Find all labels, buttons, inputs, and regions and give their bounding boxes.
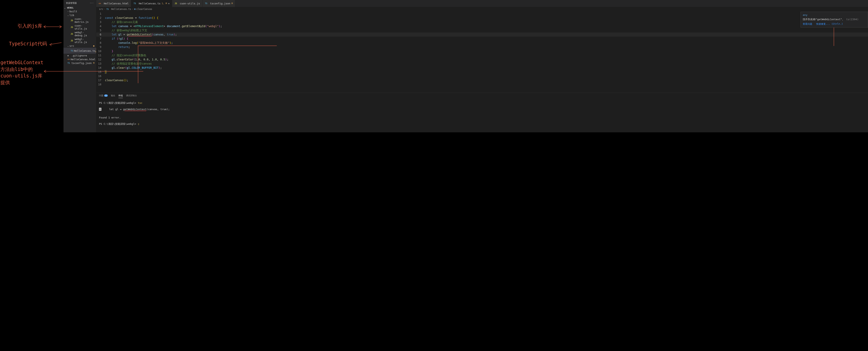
project-label: WEBGL	[67, 6, 73, 9]
tooltip-code: ts(2304)	[846, 18, 859, 21]
breadcrumb-part[interactable]: src	[99, 8, 103, 10]
file-label: webgl-utils.js	[74, 38, 94, 43]
file-icon: TS	[205, 2, 208, 5]
symbol-icon: ⊞	[134, 8, 135, 10]
tab-label: cuon-utils.js	[180, 2, 200, 5]
terminal-content[interactable]: PS C:\项目\技能训练\webgl> tsc 6 let gl = getW…	[96, 99, 868, 128]
error-tooltip: any 找不到名称"getWebGLContext"。 ts(2304) 查看问…	[801, 12, 868, 28]
tab-label: HelloCanvas.html	[104, 2, 129, 5]
terminal-tabs: 问题1输出终端调试控制台	[96, 93, 868, 99]
editor-area: <>HelloCanvas.htmlTSHelloCanvas.ts1, M×J…	[96, 0, 868, 132]
folder-item[interactable]: ⌄src●	[63, 44, 96, 48]
close-icon[interactable]: ×	[168, 2, 169, 5]
file-label: cuon-utils.js	[74, 24, 94, 30]
file-item[interactable]: TStsconfig.jsonM	[63, 61, 96, 65]
tooltip-message: 找不到名称"getWebGLContext"。	[803, 18, 845, 21]
file-label: built	[69, 10, 94, 13]
file-item[interactable]: JSwebgl-utils.js	[63, 37, 96, 44]
terminal-prompt: PS C:\项目\技能训练\webgl>	[99, 101, 136, 104]
file-label: cuon-matrix.js	[74, 17, 94, 23]
ts-icon: TS	[106, 8, 110, 10]
file-icon: TS	[133, 2, 137, 5]
line-gutter: 123456789101112131415161718	[96, 11, 105, 93]
explorer-sidebar: 资源管理器 ··· ⌄ WEBGL ›built⌄libJScuon-matri…	[63, 0, 96, 132]
terminal-tab[interactable]: 调试控制台	[126, 94, 137, 98]
annotation-2: TypeScript代码	[9, 41, 47, 47]
tab-badge: 1, M	[162, 2, 167, 5]
explorer-title: 资源管理器	[66, 2, 77, 5]
code-content[interactable]: const clearCanvas = function() { // 获取ca…	[105, 11, 868, 93]
editor-tab[interactable]: JScuon-utils.js	[172, 0, 203, 7]
file-label: tsconfig.json	[71, 62, 93, 65]
chevron-down-icon: ⌄	[67, 14, 69, 16]
file-icon: ◆	[67, 55, 71, 57]
file-label: .gitignore	[71, 54, 94, 57]
editor-tabs: <>HelloCanvas.htmlTSHelloCanvas.ts1, M×J…	[96, 0, 868, 7]
file-badge: M	[93, 62, 94, 64]
cursor-icon: ▯	[138, 122, 139, 126]
file-icon: JS	[175, 2, 178, 5]
terminal-tab[interactable]: 输出	[111, 94, 115, 98]
file-icon: JS	[71, 26, 74, 28]
file-icon: JS	[71, 33, 74, 35]
chevron-right-icon: ›	[67, 10, 69, 12]
chevron-right-icon: ›	[132, 8, 133, 10]
folder-item[interactable]: ⌄lib	[63, 13, 96, 17]
file-item[interactable]: JScuon-matrix.js	[63, 17, 96, 24]
snippet-post: (canvas, true);	[147, 108, 169, 111]
tooltip-type: any	[803, 13, 866, 16]
explorer-header: 资源管理器 ···	[63, 0, 96, 6]
file-label: src	[69, 44, 93, 47]
file-label: HelloCanvas.ts	[74, 49, 96, 52]
snippet-pre: let gl =	[109, 108, 123, 111]
editor-tab[interactable]: TSHelloCanvas.ts1, M×	[131, 0, 172, 7]
more-icon[interactable]: ···	[90, 2, 94, 4]
file-icon: TS	[71, 50, 73, 52]
tab-badge: M	[231, 2, 233, 5]
project-root[interactable]: ⌄ WEBGL	[63, 6, 96, 9]
terminal-tab[interactable]: 问题1	[99, 94, 108, 98]
file-label: webgl-debug.js	[74, 31, 94, 37]
error-summary: Found 1 error.	[99, 115, 865, 120]
chevron-down-icon: ⌄	[64, 7, 66, 9]
quick-fix-link[interactable]: 快速修复... (Ctrl+.)	[816, 23, 843, 25]
file-icon: JS	[71, 40, 74, 42]
file-item[interactable]: <>HelloCanvas.html	[63, 58, 96, 61]
breadcrumb-part[interactable]: clearCanvas	[136, 8, 152, 10]
folder-item[interactable]: ›built	[63, 9, 96, 13]
file-item[interactable]: ◆.gitignore	[63, 54, 96, 58]
chevron-right-icon: ›	[104, 8, 105, 10]
breadcrumb[interactable]: src › TS HelloCanvas.ts › ⊞ clearCanvas	[96, 7, 868, 11]
file-item[interactable]: TSHelloCanvas.ts1, M	[63, 48, 96, 54]
error-marker: 6	[99, 108, 101, 111]
editor-tab[interactable]: TStsconfig.jsonM	[203, 0, 235, 7]
file-icon: JS	[71, 20, 74, 22]
tab-label: tsconfig.json	[210, 2, 230, 5]
file-label: HelloCanvas.html	[71, 58, 95, 61]
problems-badge: 1	[104, 95, 108, 97]
annotation-1: 引入的js库	[18, 23, 42, 30]
file-badge: ●	[93, 44, 94, 47]
code-editor[interactable]: 123456789101112131415161718 const clearC…	[96, 11, 868, 93]
file-item[interactable]: JScuon-utils.js	[63, 24, 96, 31]
annotation-3: getWebGLContext方法由lib中的cuon-utils.js库提供	[0, 60, 46, 86]
editor-tab[interactable]: <>HelloCanvas.html	[96, 0, 131, 7]
view-problem-link[interactable]: 查看问题	[803, 23, 812, 25]
terminal-prompt: PS C:\项目\技能训练\webgl>	[99, 122, 136, 126]
breadcrumb-part[interactable]: HelloCanvas.ts	[111, 8, 131, 10]
tab-label: HelloCanvas.ts	[139, 2, 160, 5]
annotation-panel: 引入的js库 TypeScript代码 getWebGLContext方法由li…	[0, 0, 63, 132]
file-tree: ›built⌄libJScuon-matrix.jsJScuon-utils.j…	[63, 9, 96, 65]
file-label: lib	[69, 14, 94, 16]
file-icon: TS	[67, 62, 71, 64]
terminal-command: tsc	[138, 101, 142, 104]
terminal-panel: 问题1输出终端调试控制台 PS C:\项目\技能训练\webgl> tsc 6 …	[96, 93, 868, 132]
chevron-down-icon: ⌄	[67, 45, 69, 47]
snippet-error: getWebGLContext	[123, 108, 146, 111]
terminal-tab[interactable]: 终端	[119, 94, 123, 98]
file-icon: <>	[99, 2, 102, 5]
file-item[interactable]: JSwebgl-debug.js	[63, 31, 96, 37]
file-icon: <>	[67, 58, 70, 61]
